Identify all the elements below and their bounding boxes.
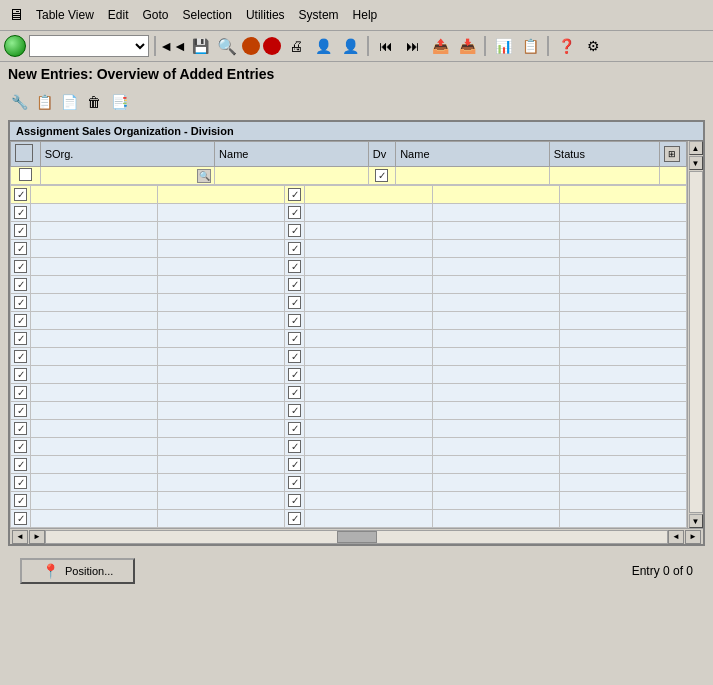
row-checkbox[interactable]: [14, 386, 27, 399]
menu-help[interactable]: Help: [347, 6, 384, 24]
row-selector[interactable]: [11, 492, 31, 510]
menu-utilities[interactable]: Utilities: [240, 6, 291, 24]
row-selector[interactable]: [11, 510, 31, 528]
table-row[interactable]: [11, 510, 687, 528]
sorg-cell[interactable]: [31, 474, 158, 492]
table-row[interactable]: [11, 438, 687, 456]
status-cell[interactable]: [432, 474, 559, 492]
hscroll-thumb[interactable]: [337, 531, 377, 543]
horizontal-scrollbar[interactable]: ◄ ► ◄ ►: [10, 528, 703, 544]
name-cell[interactable]: [158, 510, 285, 528]
first-page-btn[interactable]: ⏮: [374, 34, 398, 58]
row-selector[interactable]: [11, 240, 31, 258]
row-checkbox[interactable]: [14, 188, 27, 201]
dv-cell[interactable]: [285, 312, 305, 330]
dv-checkbox[interactable]: [288, 404, 301, 417]
row-checkbox[interactable]: [14, 422, 27, 435]
row-selector[interactable]: [11, 186, 31, 204]
dvname-cell[interactable]: [305, 420, 432, 438]
import-btn[interactable]: 📥: [455, 34, 479, 58]
help-btn[interactable]: ❓: [554, 34, 578, 58]
row-selector[interactable]: [11, 294, 31, 312]
dv-checkbox[interactable]: [288, 296, 301, 309]
table-row[interactable]: [11, 402, 687, 420]
dv-checkbox[interactable]: [288, 512, 301, 525]
dvname-cell[interactable]: [305, 384, 432, 402]
dv-checkbox[interactable]: [288, 188, 301, 201]
row-checkbox[interactable]: [19, 168, 32, 181]
sorg-cell[interactable]: [31, 384, 158, 402]
dv-cell[interactable]: [368, 167, 395, 185]
dv-checkbox[interactable]: [288, 242, 301, 255]
dv-checkbox[interactable]: [288, 224, 301, 237]
name-cell[interactable]: [158, 240, 285, 258]
name-cell[interactable]: [158, 276, 285, 294]
sorg-cell[interactable]: [31, 366, 158, 384]
hscroll-track[interactable]: [45, 530, 668, 544]
dv-cell[interactable]: [285, 222, 305, 240]
dv-checkbox[interactable]: [288, 206, 301, 219]
name-cell[interactable]: [158, 348, 285, 366]
cancel-btn[interactable]: [263, 37, 281, 55]
dv-checkbox[interactable]: [288, 476, 301, 489]
sorg-cell[interactable]: [31, 492, 158, 510]
dv-checkbox[interactable]: [288, 368, 301, 381]
row-checkbox[interactable]: [14, 512, 27, 525]
dvname-cell[interactable]: [305, 294, 432, 312]
dv-cell[interactable]: [285, 240, 305, 258]
name-cell[interactable]: [158, 420, 285, 438]
row-checkbox[interactable]: [14, 332, 27, 345]
menu-table-view[interactable]: Table View: [30, 6, 100, 24]
command-dropdown[interactable]: [29, 35, 149, 57]
export-btn[interactable]: 📤: [428, 34, 452, 58]
col-settings[interactable]: ⊞: [659, 142, 686, 167]
status-cell[interactable]: [432, 492, 559, 510]
prev-screen-btn[interactable]: ◄◄: [161, 34, 185, 58]
sorg-search-btn[interactable]: 🔍: [197, 169, 211, 183]
dvname-cell[interactable]: [305, 456, 432, 474]
row-checkbox[interactable]: [14, 494, 27, 507]
name-cell[interactable]: [158, 384, 285, 402]
search-right-btn[interactable]: 👤: [338, 34, 362, 58]
table-row[interactable]: [11, 312, 687, 330]
sorg-cell[interactable]: [31, 312, 158, 330]
table-row[interactable]: [11, 348, 687, 366]
dv-checkbox[interactable]: [288, 278, 301, 291]
name-cell[interactable]: [158, 402, 285, 420]
sorg-cell[interactable]: [31, 276, 158, 294]
row-selector[interactable]: [11, 276, 31, 294]
dv-cell[interactable]: [285, 492, 305, 510]
row-checkbox[interactable]: [14, 476, 27, 489]
sorg-input[interactable]: [44, 169, 197, 183]
status-cell[interactable]: [432, 402, 559, 420]
save-btn[interactable]: 💾: [188, 34, 212, 58]
name-cell[interactable]: [158, 294, 285, 312]
dv-checkbox[interactable]: [288, 260, 301, 273]
hscroll-left-arrow[interactable]: ◄: [12, 530, 28, 544]
dv-cell[interactable]: [285, 294, 305, 312]
row-checkbox[interactable]: [14, 440, 27, 453]
dv-cell[interactable]: [285, 474, 305, 492]
row-selector[interactable]: [11, 474, 31, 492]
row-selector[interactable]: [11, 330, 31, 348]
status-cell[interactable]: [432, 312, 559, 330]
sorg-cell[interactable]: [31, 456, 158, 474]
dv-cell[interactable]: [285, 420, 305, 438]
new-entry-btn[interactable]: 🔧: [8, 91, 30, 113]
status-cell[interactable]: [432, 186, 559, 204]
sorg-cell[interactable]: [31, 186, 158, 204]
row-selector[interactable]: [11, 167, 41, 185]
dv-cell[interactable]: [285, 510, 305, 528]
scroll-up-arrow[interactable]: ▲: [689, 141, 703, 155]
dv-cell[interactable]: [285, 384, 305, 402]
table-row[interactable]: [11, 240, 687, 258]
row-checkbox[interactable]: [14, 224, 27, 237]
status-cell[interactable]: [432, 276, 559, 294]
dvname-cell[interactable]: [305, 366, 432, 384]
scroll-down-arrow-top[interactable]: ▼: [689, 156, 703, 170]
menu-selection[interactable]: Selection: [177, 6, 238, 24]
last-page-btn[interactable]: ⏭: [401, 34, 425, 58]
dvname-cell[interactable]: [305, 258, 432, 276]
status-cell[interactable]: [432, 510, 559, 528]
name-cell[interactable]: [158, 258, 285, 276]
